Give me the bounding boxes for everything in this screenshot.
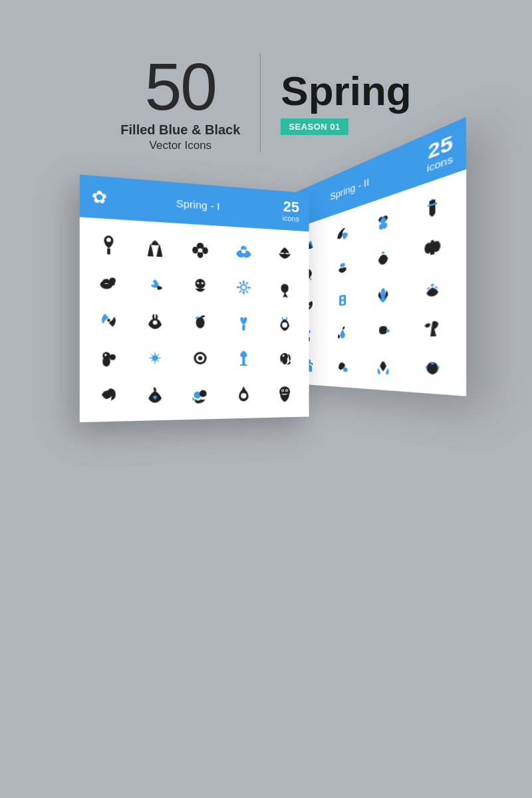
list-item [364, 313, 404, 346]
style-label: Filled Blue & Black [120, 122, 240, 138]
header-left: 50 Filled Blue & Black Vector Icons [120, 53, 261, 152]
svg-rect-0 [107, 249, 110, 255]
icons-grid-left [80, 217, 309, 422]
product-title: Spring [281, 70, 411, 112]
panel-left: ✿ Spring - I 25 icons [80, 174, 309, 422]
panel-right: Spring - II 25 icons [291, 117, 466, 396]
list-item [409, 182, 458, 231]
list-item [364, 275, 404, 312]
list-item [225, 307, 261, 338]
list-item [135, 342, 175, 374]
svg-point-34 [281, 353, 288, 360]
svg-point-18 [107, 319, 110, 321]
list-item [267, 378, 303, 408]
list-item [88, 304, 129, 336]
list-item [88, 266, 129, 299]
list-item [225, 236, 261, 268]
list-item [181, 233, 219, 266]
svg-point-13 [196, 279, 205, 289]
svg-point-27 [152, 355, 158, 361]
icon-count: 50 [145, 53, 216, 120]
list-item [327, 351, 360, 380]
list-item [409, 224, 458, 269]
svg-rect-21 [242, 325, 245, 331]
list-item [267, 309, 303, 338]
header-section: 50 Filled Blue & Black Vector Icons Spri… [120, 53, 411, 152]
list-item [364, 350, 404, 383]
svg-point-26 [104, 354, 107, 356]
list-item [327, 214, 360, 252]
svg-point-3 [202, 247, 208, 254]
list-item [267, 344, 303, 374]
svg-point-25 [109, 354, 115, 360]
panel-left-count-num: 25 [283, 199, 299, 215]
list-item [267, 273, 303, 304]
list-item [364, 237, 404, 277]
list-item [225, 378, 261, 409]
type-label: Vector Icons [150, 139, 212, 152]
flower-icon: ✿ [92, 186, 107, 207]
list-item [181, 342, 219, 373]
list-item [135, 379, 175, 411]
svg-rect-52 [341, 301, 344, 305]
panel-left-title: Spring - I [115, 192, 276, 215]
list-item [88, 380, 129, 412]
list-item [327, 317, 360, 347]
list-item [225, 271, 261, 303]
list-item [409, 350, 458, 386]
header-right: Spring SEASON 01 [261, 70, 411, 135]
list-item [409, 266, 458, 307]
list-item [267, 238, 303, 269]
list-item [88, 228, 129, 262]
svg-point-30 [198, 356, 202, 360]
list-item [135, 305, 175, 337]
list-item [364, 200, 404, 242]
list-item [135, 268, 175, 301]
svg-rect-50 [339, 295, 346, 306]
list-item [181, 379, 219, 410]
panel-right-count: 25 icons [427, 132, 453, 174]
panel-left-count-label: icons [283, 214, 299, 223]
list-item [327, 283, 360, 316]
svg-rect-32 [240, 364, 247, 366]
list-item [135, 231, 175, 264]
svg-point-37 [200, 390, 207, 398]
list-item [181, 306, 219, 337]
book-preview: ✿ Spring - I 25 icons [33, 192, 499, 658]
list-item [181, 270, 219, 302]
list-item [327, 248, 360, 283]
season-badge: SEASON 01 [281, 118, 348, 135]
list-item [409, 308, 458, 345]
svg-point-35 [283, 354, 285, 356]
list-item [225, 343, 261, 373]
svg-rect-31 [242, 356, 245, 366]
panel-left-count: 25 icons [283, 199, 299, 223]
list-item [88, 342, 129, 374]
